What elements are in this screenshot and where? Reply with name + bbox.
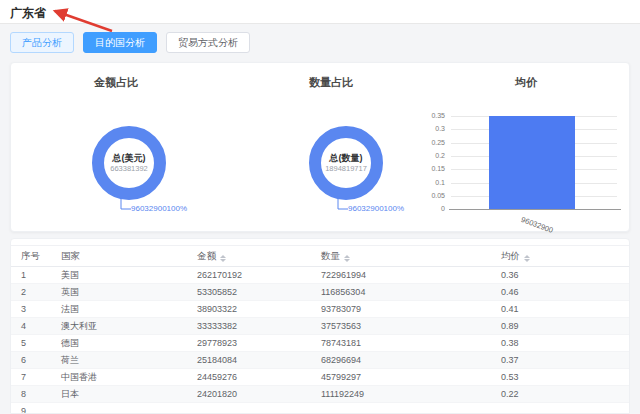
- quantity-donut-center-value: 1894819717: [325, 164, 367, 174]
- table-row: 3 法国 38903322 93783079 0.41: [11, 301, 629, 318]
- cell-quantity: 111192249: [311, 389, 491, 399]
- charts-panel: 金额占比 数量占比 均价 总(美元) 663381392 96032900100…: [10, 62, 630, 232]
- quantity-donut-title: 数量占比: [281, 75, 381, 90]
- analysis-tabs: 产品分析 目的国分析 贸易方式分析: [10, 32, 250, 53]
- header-price-label: 均价: [501, 250, 520, 261]
- cell-quantity: 68296694: [311, 355, 491, 365]
- price-bar-title: 均价: [476, 75, 576, 90]
- cell-index: 8: [11, 389, 51, 399]
- cell-country: 荷兰: [51, 354, 187, 367]
- table-row: 9: [11, 403, 629, 414]
- header-quantity-label: 数量: [321, 250, 340, 261]
- header-index: 序号: [11, 250, 51, 263]
- tab-product-analysis[interactable]: 产品分析: [10, 32, 74, 53]
- header-quantity[interactable]: 数量: [311, 250, 491, 263]
- cell-index: 3: [11, 304, 51, 314]
- cell-amount: 24459276: [187, 372, 311, 382]
- cell-amount: 25184084: [187, 355, 311, 365]
- cell-price: 0.36: [491, 270, 629, 280]
- amount-donut-ring[interactable]: 总(美元) 663381392: [92, 126, 166, 200]
- cell-index: 6: [11, 355, 51, 365]
- cell-country: 法国: [51, 303, 187, 316]
- cell-price: 0.37: [491, 355, 629, 365]
- header-country: 国家: [51, 250, 187, 263]
- cell-quantity: 116856304: [311, 287, 491, 297]
- cell-index: 2: [11, 287, 51, 297]
- cell-quantity: 93783079: [311, 304, 491, 314]
- cell-country: 日本: [51, 388, 187, 401]
- price-bar[interactable]: [489, 116, 575, 209]
- header-amount[interactable]: 金额: [187, 250, 311, 263]
- header-price[interactable]: 均价: [491, 250, 629, 263]
- y-axis-tick: 0.2: [415, 152, 445, 159]
- quantity-donut-center-label: 总(数量): [330, 153, 363, 164]
- cell-quantity: 78743181: [311, 338, 491, 348]
- cell-country: 澳大利亚: [51, 320, 187, 333]
- cell-country: 美国: [51, 269, 187, 282]
- quantity-donut-ring[interactable]: 总(数量) 1894819717: [309, 126, 383, 200]
- tab-destination-analysis[interactable]: 目的国分析: [83, 32, 157, 53]
- table-row: 1 美国 262170192 722961994 0.36: [11, 267, 629, 284]
- table-row: 2 英国 53305852 116856304 0.46: [11, 284, 629, 301]
- table-row: 6 荷兰 25184084 68296694 0.37: [11, 352, 629, 369]
- table-row: 8 日本 24201820 111192249 0.22: [11, 386, 629, 403]
- quantity-donut-center: 总(数量) 1894819717: [309, 126, 383, 200]
- cell-price: 0.89: [491, 321, 629, 331]
- y-axis-tick: 0.15: [415, 165, 445, 172]
- amount-donut-slice-label: 96032900100%: [131, 204, 187, 213]
- y-axis-tick: 0.35: [415, 112, 445, 119]
- cell-amount: 24201820: [187, 389, 311, 399]
- page-title: 广东省: [10, 5, 46, 22]
- cell-country: 德国: [51, 337, 187, 350]
- title-bar: 广东省: [0, 0, 640, 24]
- y-axis-tick: 0: [415, 205, 445, 212]
- cell-quantity: 722961994: [311, 270, 491, 280]
- table-row: 5 德国 29778923 78743181 0.38: [11, 335, 629, 352]
- amount-donut-center-value: 663381392: [110, 164, 148, 174]
- sort-icon[interactable]: [220, 255, 226, 262]
- amount-donut-center: 总(美元) 663381392: [92, 126, 166, 200]
- x-axis-line: [449, 209, 621, 210]
- cell-price: 0.53: [491, 372, 629, 382]
- cell-country: 中国香港: [51, 371, 187, 384]
- table-header-row: 序号 国家 金额 数量 均价: [11, 245, 629, 267]
- amount-donut-center-label: 总(美元): [113, 153, 146, 164]
- cell-index: 4: [11, 321, 51, 331]
- y-axis-tick: 0.05: [415, 192, 445, 199]
- cell-country: 英国: [51, 286, 187, 299]
- sort-icon[interactable]: [524, 255, 530, 262]
- table-row: 7 中国香港 24459276 45799297 0.53: [11, 369, 629, 386]
- cell-index: 1: [11, 270, 51, 280]
- cell-index: 7: [11, 372, 51, 382]
- cell-amount: 38903322: [187, 304, 311, 314]
- tab-trade-mode-analysis[interactable]: 贸易方式分析: [166, 32, 250, 53]
- cell-price: 0.38: [491, 338, 629, 348]
- x-axis-label: 96032900: [520, 215, 554, 235]
- cell-index: 9: [11, 406, 51, 414]
- sort-icon[interactable]: [344, 255, 350, 262]
- cell-amount: 33333382: [187, 321, 311, 331]
- y-axis-tick: 0.3: [415, 125, 445, 132]
- cell-price: 0.41: [491, 304, 629, 314]
- cell-amount: 262170192: [187, 270, 311, 280]
- cell-amount: 29778923: [187, 338, 311, 348]
- cell-price: 0.22: [491, 389, 629, 399]
- cell-quantity: 45799297: [311, 372, 491, 382]
- cell-amount: 53305852: [187, 287, 311, 297]
- y-axis-tick: 0.1: [415, 179, 445, 186]
- header-amount-label: 金额: [197, 250, 216, 261]
- cell-quantity: 37573563: [311, 321, 491, 331]
- amount-donut-title: 金额占比: [66, 75, 166, 90]
- table-row: 4 澳大利亚 33333382 37573563 0.89: [11, 318, 629, 335]
- country-table: 序号 国家 金额 数量 均价 1 美国 262170192 722961994 …: [10, 238, 630, 414]
- cell-price: 0.46: [491, 287, 629, 297]
- quantity-donut-slice-label: 96032900100%: [348, 204, 404, 213]
- cell-index: 5: [11, 338, 51, 348]
- y-axis-tick: 0.25: [415, 139, 445, 146]
